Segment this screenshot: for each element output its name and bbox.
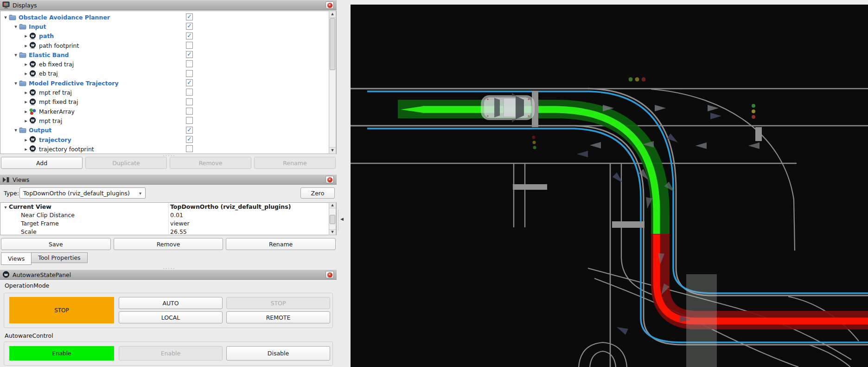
state-close-button[interactable]: ✕ xyxy=(326,271,334,278)
collapsed-icon[interactable]: ▸ xyxy=(23,33,29,39)
collapsed-icon[interactable]: ▸ xyxy=(23,118,29,124)
display-tree-row[interactable]: ▸wmpt fixed traj xyxy=(0,97,336,107)
collapsed-icon[interactable]: ▸ xyxy=(23,71,29,77)
display-tree-row[interactable]: ▸web fixed traj xyxy=(0,59,336,69)
visibility-checkbox[interactable]: ✓ xyxy=(186,79,193,86)
display-label[interactable]: Input xyxy=(29,23,46,30)
collapsed-icon[interactable]: ▸ xyxy=(23,99,29,105)
collapsed-icon[interactable]: ▸ xyxy=(23,90,29,96)
state-panel-header[interactable]: w AutowareStatePanel ✕ xyxy=(0,270,337,280)
display-tree-row[interactable]: ▾Model Predictive Trajectory✓ xyxy=(0,78,336,88)
property-value[interactable]: 0.01 xyxy=(170,211,183,219)
collapsed-icon[interactable]: ▸ xyxy=(23,43,29,49)
collapse-left-icon[interactable]: ◀ xyxy=(340,217,344,221)
display-label[interactable]: path xyxy=(39,32,54,39)
property-value[interactable]: 26.55 xyxy=(170,228,187,235)
display-tree-row[interactable]: ▸wmpt ref traj xyxy=(0,88,336,97)
operation-mode-remote-button[interactable]: REMOTE xyxy=(226,311,330,323)
scroll-up-icon[interactable]: ▲ xyxy=(329,203,336,208)
display-label[interactable]: trajectory xyxy=(39,136,71,143)
display-label[interactable]: Elastic Band xyxy=(29,52,69,58)
display-label[interactable]: path footprint xyxy=(39,42,79,49)
operation-mode-auto-button[interactable]: AUTO xyxy=(119,297,223,309)
display-tree-row[interactable]: ▸web traj xyxy=(0,69,336,78)
views-panel-header[interactable]: Views ✕ xyxy=(0,174,337,185)
display-label[interactable]: Output xyxy=(29,127,51,134)
property-value[interactable]: viewer xyxy=(170,219,190,228)
scroll-down-icon[interactable]: ▼ xyxy=(329,229,336,235)
visibility-checkbox[interactable] xyxy=(186,70,193,77)
collapsed-icon[interactable]: ▸ xyxy=(23,146,29,152)
property-value[interactable]: TopDownOrtho (rviz_default_plugins) xyxy=(170,203,291,211)
display-tree-row[interactable]: ▾Output✓ xyxy=(0,126,336,135)
views-close-button[interactable]: ✕ xyxy=(326,176,334,183)
visibility-checkbox[interactable]: ✓ xyxy=(186,51,193,58)
views-scrollbar[interactable]: ▲ ▼ xyxy=(329,202,336,235)
display-label[interactable]: Obstacle Avoidance Planner xyxy=(19,14,110,21)
property-name: Scale xyxy=(21,228,37,235)
display-tree-row[interactable]: ▾Elastic Band✓ xyxy=(0,50,336,59)
displays-close-button[interactable]: ✕ xyxy=(326,1,334,9)
visibility-checkbox[interactable]: ✓ xyxy=(186,127,193,134)
visibility-checkbox[interactable]: ✓ xyxy=(186,136,193,143)
display-tree-row[interactable]: ▸wtrajectory✓ xyxy=(0,135,336,144)
display-tree-row[interactable]: ▸wpath footprint xyxy=(0,41,336,50)
expanded-icon[interactable]: ▾ xyxy=(2,14,9,20)
visibility-checkbox[interactable] xyxy=(186,108,193,115)
tab-views[interactable]: Views xyxy=(1,252,32,265)
views-icon xyxy=(2,176,10,183)
visibility-checkbox[interactable] xyxy=(186,117,193,124)
display-label[interactable]: MarkerArray xyxy=(39,108,75,115)
svg-text:w: w xyxy=(31,137,35,142)
collapsed-icon[interactable]: ▸ xyxy=(23,137,29,143)
panel-splitter[interactable] xyxy=(338,210,338,231)
display-label[interactable]: mpt ref traj xyxy=(39,89,72,96)
property-name: Target Frame xyxy=(21,219,59,228)
expanded-icon[interactable]: ▾ xyxy=(13,52,19,58)
views-save-button[interactable]: Save xyxy=(1,238,111,250)
visibility-checkbox[interactable]: ✓ xyxy=(186,13,193,20)
view-type-dropdown[interactable]: TopDownOrtho (rviz_default_plugins) ▾ xyxy=(19,187,146,199)
views-remove-button[interactable]: Remove xyxy=(114,238,223,250)
display-tree-row[interactable]: ▸MarkerArray xyxy=(0,107,336,116)
display-label[interactable]: mpt fixed traj xyxy=(39,98,78,105)
displays-scrollbar[interactable]: ▲ ▼ xyxy=(329,11,336,154)
displays-tree[interactable]: ▾Obstacle Avoidance Planner✓▾Input✓▸wpat… xyxy=(0,11,337,154)
displays-add-button[interactable]: Add xyxy=(1,157,83,169)
expanded-icon[interactable]: ▾ xyxy=(13,127,19,133)
expanded-icon[interactable]: ▾ xyxy=(13,24,19,30)
scroll-thumb[interactable] xyxy=(330,18,335,70)
expanded-icon[interactable]: ▾ xyxy=(13,80,19,86)
display-tree-row[interactable]: ▾Obstacle Avoidance Planner✓ xyxy=(0,13,336,22)
displays-panel-header[interactable]: Displays ✕ xyxy=(0,0,337,10)
visibility-checkbox[interactable] xyxy=(186,42,193,49)
display-label[interactable]: eb traj xyxy=(39,70,58,77)
visibility-checkbox[interactable] xyxy=(186,145,193,152)
scroll-up-icon[interactable]: ▲ xyxy=(329,11,336,18)
visibility-checkbox[interactable]: ✓ xyxy=(186,32,193,39)
collapsed-icon[interactable]: ▸ xyxy=(23,61,29,67)
visibility-checkbox[interactable]: ✓ xyxy=(186,23,193,30)
rviz-3d-viewport[interactable] xyxy=(351,0,868,367)
operation-mode-local-button[interactable]: LOCAL xyxy=(119,311,223,323)
collapsed-icon[interactable]: ▸ xyxy=(23,109,29,115)
visibility-checkbox[interactable] xyxy=(186,98,193,105)
display-label[interactable]: trajectory footprint xyxy=(39,146,94,153)
display-label[interactable]: mpt traj xyxy=(39,117,62,124)
visibility-checkbox[interactable] xyxy=(186,89,193,96)
display-label[interactable]: Model Predictive Trajectory xyxy=(29,80,119,87)
scroll-down-icon[interactable]: ▼ xyxy=(329,147,336,154)
autoware-control-disable-button[interactable]: Disable xyxy=(226,346,330,361)
views-rename-button[interactable]: Rename xyxy=(226,238,336,250)
display-label[interactable]: eb fixed traj xyxy=(39,61,74,68)
autoware-icon: w xyxy=(29,61,38,68)
tab-tool-properties[interactable]: Tool Properties xyxy=(32,252,87,263)
scroll-thumb[interactable] xyxy=(330,215,335,224)
display-tree-row[interactable]: ▸wmpt traj xyxy=(0,116,336,125)
expanded-icon[interactable]: ▾ xyxy=(2,203,9,212)
zero-button[interactable]: Zero xyxy=(300,187,335,199)
autoware-icon: w xyxy=(29,89,38,97)
visibility-checkbox[interactable] xyxy=(186,60,193,67)
display-tree-row[interactable]: ▾Input✓ xyxy=(0,22,336,31)
display-tree-row[interactable]: ▸wpath✓ xyxy=(0,32,336,41)
